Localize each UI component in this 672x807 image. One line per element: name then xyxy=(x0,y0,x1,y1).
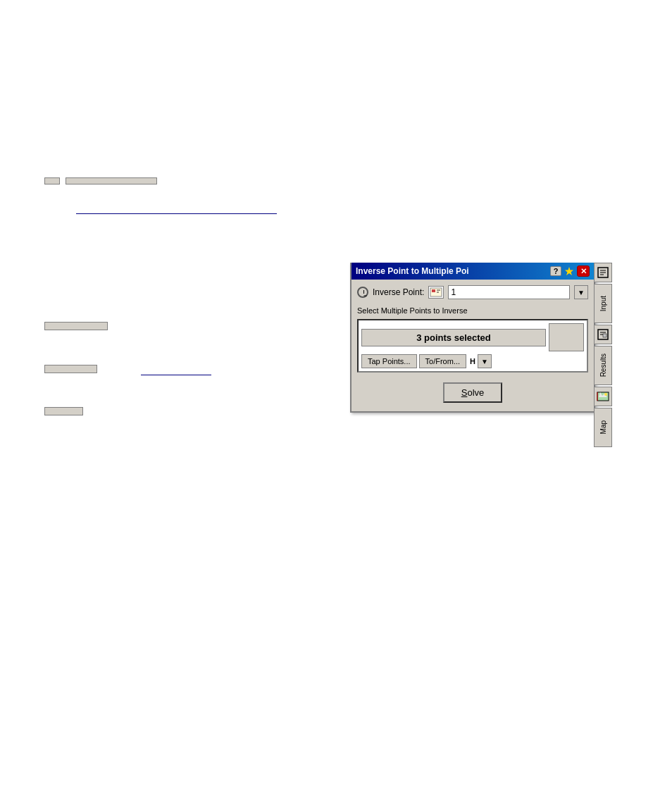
svg-rect-14 xyxy=(432,289,435,292)
side-tabs-container: Input Results Map xyxy=(594,263,614,449)
points-box: 3 points selected Tap Points... To/From.… xyxy=(357,319,588,373)
results-tab[interactable]: Results xyxy=(594,346,612,385)
pin-button[interactable] xyxy=(564,266,575,276)
clock-icon xyxy=(357,287,368,298)
to-from-button[interactable]: To/From... xyxy=(419,354,467,368)
map-tab-icon[interactable] xyxy=(594,387,612,406)
svg-rect-8 xyxy=(603,334,606,337)
inverse-point-dropdown[interactable]: ▼ xyxy=(574,285,588,299)
bg-button-2[interactable] xyxy=(66,177,157,184)
points-right-box xyxy=(549,323,584,351)
left-button-2[interactable] xyxy=(44,365,97,373)
dialog-window: Inverse Point to Multiple Poi ? ✕ Input xyxy=(350,263,595,413)
map-tab-label: Map xyxy=(599,420,607,434)
svg-point-11 xyxy=(604,393,607,396)
solve-label-rest: olve xyxy=(467,387,484,398)
dialog-titlebar: Inverse Point to Multiple Poi ? ✕ xyxy=(351,263,594,280)
inverse-point-row: Inverse Point: 1 ▼ xyxy=(357,285,588,299)
select-multiple-label: Select Multiple Points to Inverse xyxy=(357,306,588,315)
points-selected-text: 3 points selected xyxy=(368,332,540,343)
input-tab-label: Input xyxy=(599,296,607,311)
underline-divider xyxy=(76,213,277,214)
left-button-1[interactable] xyxy=(44,322,108,330)
points-selected-area: 3 points selected xyxy=(361,329,546,346)
solve-row: Solve xyxy=(357,382,588,403)
solve-button[interactable]: Solve xyxy=(443,382,503,403)
titlebar-icons: ? ✕ xyxy=(550,265,590,277)
point-image-icon xyxy=(428,286,444,299)
dialog-content: Inverse Point: 1 ▼ Select Multiple Point… xyxy=(351,280,594,411)
map-tab[interactable]: Map xyxy=(594,408,612,447)
inverse-point-input[interactable]: 1 xyxy=(448,285,570,299)
left-button-3[interactable] xyxy=(44,407,83,415)
help-button[interactable]: ? xyxy=(550,266,561,276)
close-button[interactable]: ✕ xyxy=(577,265,590,277)
results-tab-label: Results xyxy=(599,354,607,377)
input-tab-icon[interactable] xyxy=(594,263,612,282)
titlebar-left: Inverse Point to Multiple Poi xyxy=(356,266,469,276)
left-underline xyxy=(141,375,211,375)
dialog-title: Inverse Point to Multiple Poi xyxy=(356,266,469,276)
results-tab-icon[interactable] xyxy=(594,325,612,344)
tap-points-button[interactable]: Tap Points... xyxy=(361,354,417,368)
h-label: H xyxy=(470,357,475,365)
points-inner: 3 points selected xyxy=(361,323,584,351)
input-tab[interactable]: Input xyxy=(594,284,612,323)
bg-button-1[interactable] xyxy=(44,177,60,184)
points-btn-row: Tap Points... To/From... H ▼ xyxy=(361,354,584,368)
svg-marker-0 xyxy=(565,267,573,275)
points-dropdown[interactable]: ▼ xyxy=(478,354,492,368)
inverse-point-label: Inverse Point: xyxy=(373,287,424,297)
